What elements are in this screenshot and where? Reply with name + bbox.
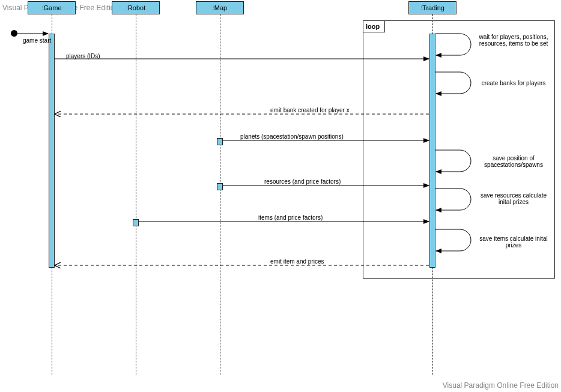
watermark-bottom: Visual Paradigm Online Free Edition: [443, 381, 559, 390]
activation-map-planets: [217, 138, 223, 145]
label-players: players (IDs): [66, 53, 100, 59]
activation-trading: [429, 34, 435, 268]
lifeline-map: :Map: [196, 1, 244, 14]
label-emit-bank: emit bank created for player x: [270, 107, 350, 113]
lifeline-dash-robot: [136, 14, 136, 375]
label-planets: planets (spacestation/spawn positions): [240, 133, 344, 140]
lifeline-game: :Game: [28, 1, 76, 14]
label-items: items (and price factors): [258, 214, 323, 221]
start-dot: [11, 30, 17, 37]
label-game-start: game start: [23, 37, 51, 44]
lifeline-dash-map: [220, 14, 220, 375]
label-emit-items: emit item and prices: [270, 258, 324, 265]
lifeline-robot: :Robot: [112, 1, 160, 14]
label-save-res: save resources calculate inital prizes: [475, 192, 553, 205]
activation-robot-items: [133, 219, 139, 226]
label-save-pos: save position of spacestations/spawns: [475, 155, 553, 168]
label-resources: resources (and price factors): [264, 178, 341, 185]
lifeline-trading: :Trading: [408, 1, 456, 14]
label-create-banks: create banks for players: [475, 80, 553, 86]
label-wait: wait for players, positions, resources, …: [475, 34, 553, 47]
activation-map-resources: [217, 183, 223, 190]
activation-game: [49, 34, 55, 268]
label-save-items: save items calculate inital prizes: [475, 235, 553, 249]
loop-frame-label: loop: [363, 21, 385, 32]
